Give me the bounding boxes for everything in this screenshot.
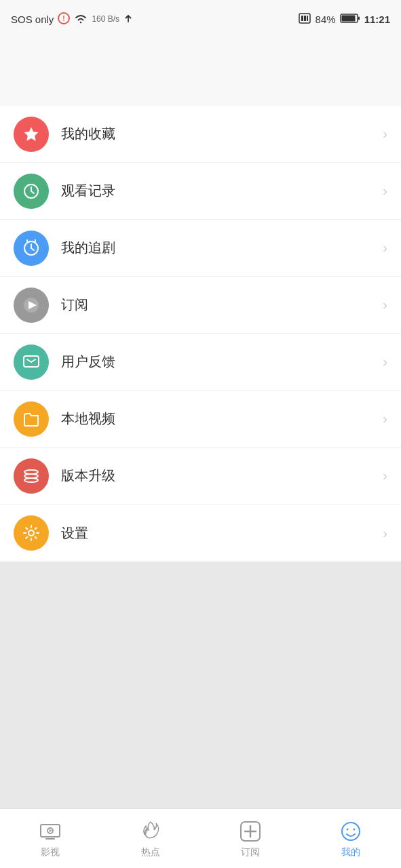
hot-tab-label: 热点 bbox=[141, 846, 160, 859]
menu-item-settings[interactable]: 设置 › bbox=[0, 505, 401, 561]
movies-tab-label: 影视 bbox=[41, 846, 60, 859]
menu-item-update[interactable]: 版本升级 › bbox=[0, 448, 401, 505]
followdrama-icon-wrap bbox=[14, 231, 49, 266]
localvideo-icon-wrap bbox=[14, 401, 49, 437]
smiley-icon bbox=[339, 819, 363, 844]
time-text: 11:21 bbox=[364, 14, 390, 25]
svg-point-24 bbox=[354, 828, 356, 830]
feedback-chevron: › bbox=[383, 354, 387, 370]
battery-percent: 84% bbox=[316, 14, 336, 25]
update-icon-wrap bbox=[14, 458, 49, 494]
favorites-chevron: › bbox=[383, 126, 387, 142]
status-bar: SOS only ! 160 B/s bbox=[0, 0, 401, 38]
svg-marker-20 bbox=[49, 829, 52, 832]
favorites-label: 我的收藏 bbox=[61, 125, 383, 143]
svg-text:!: ! bbox=[63, 15, 65, 22]
fire-icon bbox=[138, 819, 163, 844]
localvideo-chevron: › bbox=[383, 411, 387, 427]
settings-chevron: › bbox=[383, 526, 387, 541]
history-chevron: › bbox=[383, 183, 387, 199]
followdrama-label: 我的追剧 bbox=[61, 239, 383, 257]
menu-item-localvideo[interactable]: 本地视频 › bbox=[0, 391, 401, 448]
gray-area bbox=[0, 561, 401, 833]
svg-point-16 bbox=[24, 470, 38, 474]
favorites-icon-wrap bbox=[14, 117, 49, 152]
profile-section bbox=[0, 38, 401, 106]
menu-item-favorites[interactable]: 我的收藏 › bbox=[0, 106, 401, 163]
speed-text: 160 B/s bbox=[92, 14, 119, 24]
sos-text: SOS only bbox=[11, 14, 54, 25]
menu-item-history[interactable]: 观看记录 › bbox=[0, 163, 401, 220]
svg-rect-8 bbox=[358, 16, 360, 20]
subscribe-label: 订阅 bbox=[61, 296, 383, 314]
svg-rect-4 bbox=[304, 16, 306, 21]
tab-item-hot[interactable]: 热点 bbox=[100, 819, 201, 859]
svg-point-22 bbox=[342, 823, 360, 840]
update-label: 版本升级 bbox=[61, 467, 383, 485]
feedback-icon-wrap bbox=[14, 344, 49, 380]
svg-point-17 bbox=[28, 530, 34, 536]
subscribe-icon-wrap bbox=[14, 288, 49, 323]
menu-item-subscribe[interactable]: 订阅 › bbox=[0, 277, 401, 334]
tv-icon bbox=[38, 819, 62, 844]
battery-icon bbox=[340, 13, 360, 26]
svg-point-14 bbox=[24, 478, 38, 482]
tab-item-movies[interactable]: 影视 bbox=[0, 819, 100, 859]
plus-circle-icon bbox=[238, 819, 263, 844]
tab-bar: 影视 热点 订阅 我的 bbox=[0, 808, 401, 868]
svg-point-23 bbox=[347, 828, 349, 830]
menu-item-followdrama[interactable]: 我的追剧 › bbox=[0, 220, 401, 277]
mine-tab-label: 我的 bbox=[341, 846, 360, 859]
history-icon-wrap bbox=[14, 174, 49, 209]
menu-item-feedback[interactable]: 用户反馈 › bbox=[0, 334, 401, 391]
status-right: 84% 11:21 bbox=[298, 13, 390, 26]
wifi-icon bbox=[74, 13, 88, 26]
svg-point-15 bbox=[24, 474, 38, 478]
svg-rect-3 bbox=[301, 16, 303, 21]
tab-item-subscribe[interactable]: 订阅 bbox=[201, 819, 301, 859]
svg-rect-5 bbox=[307, 16, 308, 21]
svg-rect-7 bbox=[341, 15, 355, 21]
followdrama-chevron: › bbox=[383, 240, 387, 256]
sim-icon bbox=[298, 13, 311, 26]
settings-icon-wrap bbox=[14, 515, 49, 551]
upload-icon bbox=[123, 14, 133, 25]
settings-label: 设置 bbox=[61, 524, 383, 542]
subscribe-tab-label: 订阅 bbox=[241, 846, 260, 859]
main-content: SOS only ! 160 B/s bbox=[0, 0, 401, 868]
history-label: 观看记录 bbox=[61, 182, 383, 200]
signal-icon: ! bbox=[58, 12, 70, 26]
subscribe-chevron: › bbox=[383, 297, 387, 313]
update-chevron: › bbox=[383, 468, 387, 484]
localvideo-label: 本地视频 bbox=[61, 410, 383, 428]
menu-list: 我的收藏 › 观看记录 › 我的追剧 bbox=[0, 106, 401, 561]
status-left: SOS only ! 160 B/s bbox=[11, 12, 133, 26]
feedback-label: 用户反馈 bbox=[61, 353, 383, 371]
tab-item-mine[interactable]: 我的 bbox=[301, 819, 401, 859]
